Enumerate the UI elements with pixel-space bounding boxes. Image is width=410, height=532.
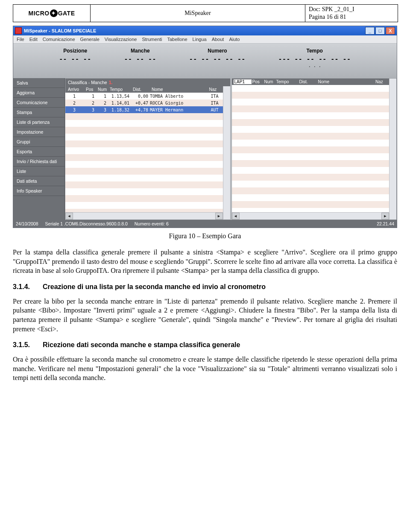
sidebar-item-stampa[interactable]: Stampa (13, 108, 64, 117)
numero-value: -- -- -- -- -- (189, 56, 246, 62)
sidebar-item-invio-richiesta-dati[interactable]: Invio / Richiesta dati (13, 157, 64, 167)
status-date: 24/10/2008 (16, 221, 38, 226)
maximize-button[interactable]: □ (375, 27, 385, 35)
sidebar-item-gruppi[interactable]: Gruppi (13, 137, 64, 147)
sidebar-item-liste[interactable]: Liste (13, 167, 64, 176)
table-row[interactable]: 3331.18,32+4,78MAYER HermannAUT (65, 106, 223, 113)
paragraph-1: Per la stampa della classifica generale … (13, 248, 397, 275)
tempo-sub: . . . (308, 63, 321, 68)
paragraph-3: Ora è possibile effettuare la seconda ma… (13, 355, 397, 383)
heading-314: 3.1.4.Creazione di una lista per la seco… (13, 283, 397, 291)
menu-file[interactable]: File (17, 37, 24, 42)
sidebar-item-info-speaker[interactable]: Info Speaker (13, 186, 64, 196)
table-row[interactable]: 2221.14,01+0,47ROCCA GiorgioITA (65, 99, 223, 106)
menu-aiuto[interactable]: Aiuto (229, 37, 240, 42)
posizione-value: -- -- -- (59, 56, 91, 62)
menu-about[interactable]: About (212, 37, 224, 42)
lap-columns: LAP1 Pos Num Tempo Dist. Nome Naz (232, 79, 390, 85)
table-row[interactable]: 1111.13,540,00TOMBA AlbertoITA (65, 93, 223, 99)
heading-315: 3.1.5.Ricezione dati seconda manche e st… (13, 341, 397, 349)
doc-header: MICRO✦GATE MiSpeaker Doc: SPK _2_01_I Pa… (13, 4, 398, 22)
status-serial: Seriale 1 .COM6.Disconnesso.9600.0.8.0 (45, 221, 128, 226)
sidebar-item-dati-atleta[interactable]: Dati atleta (13, 176, 64, 186)
tempo-label: Tempo (306, 48, 322, 54)
menu-strumenti[interactable]: Strumenti (142, 37, 162, 42)
sidebar-item-impostazione[interactable]: Impostazione (13, 127, 64, 137)
sidebar-item-liste-di-partenza[interactable]: Liste di partenza (13, 117, 64, 127)
sidebar-item-aggiorna[interactable]: Aggiorna (13, 88, 64, 98)
h-scrollbar-right[interactable]: ◄► (232, 212, 390, 219)
numero-label: Numero (208, 48, 227, 54)
posizione-label: Posizione (63, 48, 87, 54)
window-title: MiSpeaker - SLALOM SPECIALE (24, 28, 96, 33)
menu-edit[interactable]: Edit (29, 37, 38, 42)
app-screenshot: MiSpeaker - SLALOM SPECIALE _ □ X FileEd… (13, 26, 397, 228)
lap-rows[interactable] (232, 85, 390, 212)
close-button[interactable]: X (386, 27, 395, 35)
manche-label: Manche (131, 48, 150, 54)
menu-comunicazione[interactable]: Comunicazione (43, 37, 75, 42)
v-scrollbar-right[interactable] (389, 79, 396, 219)
menu-lingua[interactable]: Lingua (193, 37, 207, 42)
menu-visualizzazione[interactable]: Visualizzazione (105, 37, 137, 42)
doc-meta: Doc: SPK _2_01_I Pagina 16 di 81 (305, 5, 398, 22)
classifica-pane: Classifica - Manche1. Arrivo Pos Num Tem… (65, 78, 231, 220)
menubar: FileEditComunicazioneGeneraleVisualizzaz… (13, 35, 397, 44)
sidebar: SalvaAggiornaComunicazioneStampaListe di… (13, 78, 65, 220)
classifica-rows[interactable]: 1111.13,540,00TOMBA AlbertoITA2221.14,01… (65, 93, 223, 212)
doc-title: MiSpeaker (91, 5, 305, 22)
h-scrollbar[interactable]: ◄► (65, 212, 223, 219)
window-titlebar[interactable]: MiSpeaker - SLALOM SPECIALE _ □ X (13, 26, 397, 35)
figure-caption: Figura 10 – Esempio Gara (13, 232, 397, 240)
menu-generale[interactable]: Generale (80, 37, 100, 42)
paragraph-2: Per creare la bibo per la seconda manche… (13, 297, 397, 333)
manche-value: -- -- -- (124, 56, 156, 62)
scoreboard: Posizione -- -- -- Manche -- -- -- Numer… (13, 44, 397, 78)
statusbar: 24/10/2008 Seriale 1 .COM6.Disconnesso.9… (13, 220, 397, 228)
classifica-title: Classifica - Manche1. (65, 79, 230, 86)
logo: MICRO✦GATE (13, 5, 91, 22)
globe-icon: ✦ (50, 9, 58, 17)
tempo-value: --- -- -- -- -- -- (278, 56, 351, 62)
sidebar-item-comunicazione[interactable]: Comunicazione (13, 98, 64, 108)
sidebar-item-salva[interactable]: Salva (13, 78, 64, 88)
v-scrollbar[interactable] (223, 86, 230, 219)
status-events: Numero eventi: 6 (135, 221, 169, 226)
status-time: 22.21.44 (377, 221, 394, 226)
classifica-columns: Arrivo Pos Num Tempo Dist. Nome Naz (65, 86, 223, 93)
minimize-button[interactable]: _ (365, 27, 375, 35)
app-icon (15, 27, 22, 34)
menu-tabellone[interactable]: Tabellone (167, 37, 187, 42)
sidebar-item-esporta[interactable]: Esporta (13, 147, 64, 157)
lap-pane: LAP1 Pos Num Tempo Dist. Nome Naz ◄► (231, 78, 397, 220)
